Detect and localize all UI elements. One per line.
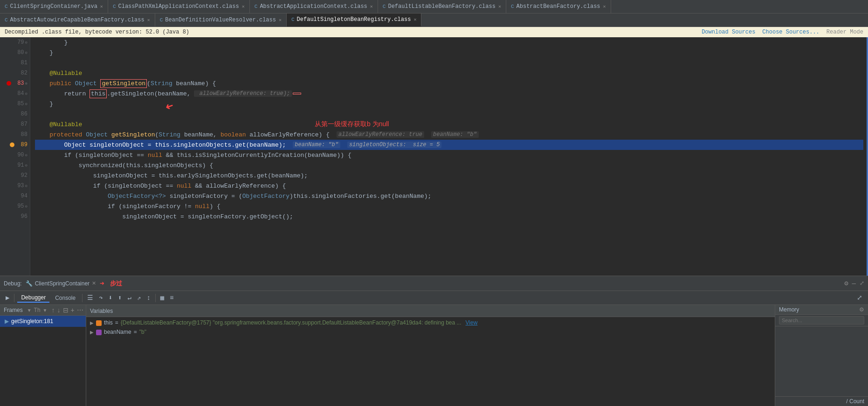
frames-down-btn[interactable]: ↓ (57, 306, 61, 314)
tab-icon-6: C (5, 17, 8, 23)
gutter-91: 91 ⊖ (0, 160, 30, 170)
bp-red-83[interactable] (7, 81, 11, 86)
settings-btn[interactable]: ☰ (85, 293, 95, 303)
tab-defaultlistable[interactable]: C DefaultListableBeanFactory.class ✕ (378, 0, 506, 13)
expand-button[interactable]: ⤢ (860, 280, 864, 287)
step-over-btn[interactable]: ↷ (97, 293, 104, 303)
gutter-85: 85 ⊖ (0, 99, 30, 109)
var-this-expand[interactable]: ▶ (90, 320, 94, 325)
frames-add-btn[interactable]: + (71, 306, 75, 314)
tab-abstractapp[interactable]: C AbstractApplicationContext.class ✕ (250, 0, 378, 13)
tab-defaultsingleton[interactable]: C DefaultSingletonBeanRegistry.class ✕ (287, 14, 421, 27)
step-into-btn[interactable]: ⬇ (107, 293, 114, 303)
editor-area: 79 ⊖ 80 ⊖ 81 82 83 ⊕ (0, 37, 868, 276)
code-line-85: } (35, 99, 863, 109)
gutter-93: 93 ⊖ (0, 181, 30, 191)
var-beanname-eq: = (134, 329, 137, 335)
var-beanname-name: beanName (104, 329, 131, 335)
frames-btn[interactable]: ▦ (158, 293, 166, 303)
fold-90[interactable]: ⊖ (25, 153, 28, 158)
inline-hint-89-2: singletonObjects: size = 5 (347, 142, 441, 148)
fold-79[interactable]: ⊖ (25, 40, 28, 45)
debugger-tab-btn[interactable]: Debugger (17, 293, 49, 303)
sep-2 (82, 294, 83, 302)
tab-abstractautowire[interactable]: C AbstractAutowireCapableBeanFactory.cla… (0, 14, 155, 27)
code-line-83: public Object getSingleton ( String bean… (35, 78, 863, 88)
download-sources-link[interactable]: Download Sources (702, 29, 755, 35)
code-line-80: } (35, 47, 863, 58)
fold-91[interactable]: ⊖ (25, 163, 28, 168)
console-tab-btn[interactable]: Console (51, 294, 79, 302)
debug-toolbar: ▶ Debugger Console ☰ ↷ ⬇ ⬆ ↵ ⇗ ↕ ▦ ≡ ⤢ (0, 291, 868, 305)
force-step-btn[interactable]: ↕ (145, 293, 152, 303)
gutter-81: 81 (0, 58, 30, 68)
code-line-92: singletonObject = this.earlySingletonObj… (35, 170, 863, 181)
code-editor[interactable]: } } @Nullable public Object getSingleton… (30, 37, 868, 276)
var-this-eq: = (115, 319, 118, 326)
minimize-button[interactable]: — (852, 280, 856, 287)
close-session-btn[interactable]: ✕ (92, 280, 96, 286)
bp-orange-89[interactable] (10, 142, 14, 147)
tab-classpathxml[interactable]: C ClassPathXmlApplicationContext.class ✕ (108, 0, 250, 13)
close-tab-5[interactable]: ✕ (603, 4, 606, 9)
expand-panel-btn[interactable]: ⤢ (855, 293, 864, 303)
gutter-88: 88 (0, 129, 30, 140)
sep-1 (14, 294, 14, 302)
close-tab-8[interactable]: ✕ (413, 17, 416, 22)
tab-abstractbean[interactable]: C AbstractBeanFactory.class ✕ (506, 0, 611, 13)
code-line-93: if (singletonObject == null && allowEarl… (35, 181, 863, 191)
run-to-cursor-btn[interactable]: ↵ (126, 293, 133, 303)
step-out-btn[interactable]: ⬆ (116, 293, 124, 303)
gutter-90: 90 ⊖ (0, 150, 30, 160)
fold-80[interactable]: ⊖ (25, 50, 28, 55)
resume-btn[interactable]: ▶ (4, 293, 11, 303)
choose-sources-link[interactable]: Choose Sources... (762, 29, 819, 35)
close-tab-3[interactable]: ✕ (370, 4, 373, 9)
tab-icon-7: C (160, 17, 163, 23)
var-this[interactable]: ▶ this = {DefaultListableBeanFactory@175… (86, 318, 775, 327)
frames-header: Frames ▼ Th ▼ ↑ ↓ ⊟ + ⋯ (0, 305, 86, 316)
memory-settings-btn[interactable]: ⚙ (859, 306, 864, 313)
fold-84[interactable]: ⊖ (25, 91, 28, 96)
app-container: C ClientSpringContainer.java ✕ C ClassPa… (0, 0, 868, 406)
debug-panel: Debug: 🔧 ClientSpringContainer ✕ ➜ 步过 ⚙ … (0, 276, 868, 406)
gutter-95: 95 ⊖ (0, 201, 30, 211)
frames-up-btn[interactable]: ↑ (52, 306, 55, 314)
code-line-96: singletonObject = singletonFactory.getOb… (35, 211, 863, 222)
fold-95[interactable]: ⊖ (25, 204, 28, 209)
fold-93[interactable]: ⊖ (25, 183, 28, 189)
code-line-82: @Nullable (35, 68, 863, 78)
step-label: 步过 (110, 279, 122, 288)
close-tab-6[interactable]: ✕ (147, 17, 150, 23)
thread-expand[interactable]: ▼ (43, 308, 48, 313)
memory-search-input[interactable] (779, 316, 864, 325)
var-beanname-expand[interactable]: ▶ (90, 330, 94, 335)
close-tab-4[interactable]: ✕ (498, 4, 501, 9)
gear-button[interactable]: ⚙ (844, 279, 848, 287)
code-line-79: } (35, 37, 863, 47)
threads-btn[interactable]: ≡ (168, 293, 175, 303)
frames-filter-btn[interactable]: ⊟ (63, 306, 69, 314)
evaluate-btn[interactable]: ⇗ (135, 293, 143, 303)
var-beanname[interactable]: ▶ beanName = "b" (86, 327, 775, 337)
tab-beandefinitionvalue[interactable]: C BeanDefinitionValueResolver.class ✕ (155, 14, 287, 27)
close-tab-2[interactable]: ✕ (242, 4, 245, 9)
frames-more-btn[interactable]: ⋯ (77, 306, 83, 314)
tab-client-spring[interactable]: C ClientSpringContainer.java ✕ (0, 0, 108, 13)
memory-content (775, 326, 868, 396)
fold-83[interactable]: ⊕ (25, 81, 28, 86)
frame-item-getsingleton[interactable]: ▶ getSingleton:181 (0, 316, 86, 327)
close-tab-1[interactable]: ✕ (100, 4, 103, 9)
var-this-value: {DefaultListableBeanFactory@1757} "org.s… (121, 319, 462, 326)
step-arrow: ➜ (100, 279, 104, 288)
memory-panel: Memory ⚙ / Count (775, 305, 868, 406)
code-line-86 (35, 109, 863, 119)
close-tab-7[interactable]: ✕ (279, 17, 282, 23)
var-this-view[interactable]: View (466, 319, 478, 326)
frames-expand[interactable]: ▼ (27, 308, 32, 313)
inline-hint-88-2: beanName: "b" (431, 131, 479, 138)
code-line-87: @Nullable ➜ 从第一级缓存获取b 为null (35, 119, 863, 129)
fold-85[interactable]: ⊖ (25, 102, 28, 107)
tab-icon-8: C (291, 17, 295, 22)
code-line-91: synchronized(this.singletonObjects) { (35, 160, 863, 170)
